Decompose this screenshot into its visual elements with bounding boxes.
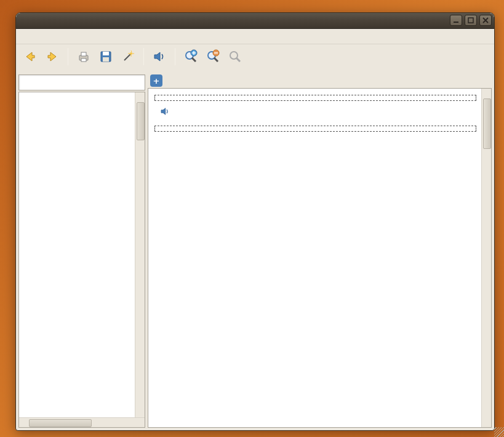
wordlist[interactable] [19,92,145,417]
svg-rect-3 [81,52,86,56]
menu-edit[interactable] [28,35,33,38]
content-area: + [16,68,494,430]
separator [68,48,68,65]
search-input[interactable] [18,74,145,90]
menu-file[interactable] [20,35,25,38]
dict-header-speech [154,95,476,101]
save-button[interactable] [95,46,116,67]
back-button[interactable] [20,46,41,67]
article-scrollbar-vertical[interactable] [481,89,491,427]
tab-bar: + [148,71,492,88]
separator [175,48,175,65]
save-icon [98,49,113,64]
article-viewer[interactable] [148,88,492,428]
separator [143,48,144,65]
print-icon [76,49,91,64]
menubar [16,29,494,44]
svg-rect-1 [468,18,473,23]
zoom-out-button[interactable] [202,46,223,67]
svg-rect-4 [81,58,86,62]
sidebar [18,71,145,428]
scan-popup-button[interactable] [118,46,138,67]
pronounce-button[interactable] [149,46,170,67]
toolbar [16,44,494,68]
main-pane: + [148,71,492,428]
wordlist-scrollbar-horizontal[interactable] [19,417,145,427]
forward-button[interactable] [42,46,63,67]
zoom-out-icon [206,49,220,64]
wordlist-scrollbar-vertical[interactable] [135,92,145,417]
zoom-in-icon [183,49,198,64]
svg-point-8 [130,52,132,55]
menu-help[interactable] [37,35,42,38]
zoom-in-button[interactable] [180,46,201,67]
zoom-reset-button[interactable] [225,46,246,67]
app-window: + [15,12,495,431]
arrow-left-icon [23,49,38,64]
dict-header-apresyan [154,126,476,132]
search-label [18,71,145,73]
titlebar-controls [450,15,492,26]
zoom-reset-icon [228,49,242,64]
resize-grip[interactable] [494,427,495,431]
article-content [148,89,491,427]
maximize-button[interactable] [465,15,477,26]
svg-rect-6 [103,52,109,55]
close-button[interactable] [479,15,492,26]
svg-rect-0 [454,22,458,23]
play-sound-icon[interactable] [159,106,170,117]
wand-icon [121,49,135,64]
minimize-button[interactable] [450,15,462,26]
svg-rect-7 [103,57,109,62]
arrow-right-icon [45,49,60,64]
new-tab-button[interactable]: + [150,74,162,87]
speaker-icon [152,49,167,64]
print-button[interactable] [73,46,94,67]
wordlist-frame [18,92,145,428]
titlebar[interactable] [16,13,494,29]
